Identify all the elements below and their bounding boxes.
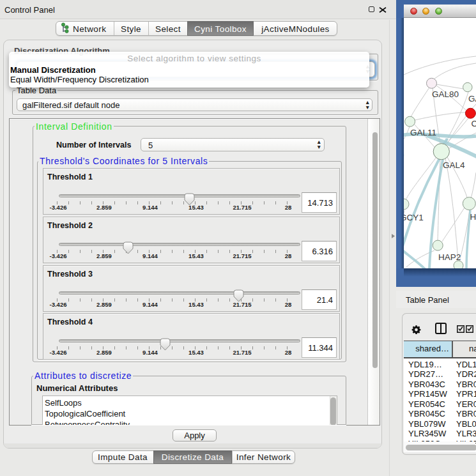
svg-text:GA: GA bbox=[468, 94, 476, 104]
svg-text:GAL11: GAL11 bbox=[410, 128, 436, 137]
svg-text:HAP2: HAP2 bbox=[438, 252, 461, 262]
svg-text:C: C bbox=[472, 119, 476, 128]
svg-text:GCY1: GCY1 bbox=[404, 213, 424, 222]
svg-text:GAL80: GAL80 bbox=[432, 89, 459, 99]
svg-text:GAL4: GAL4 bbox=[443, 160, 465, 170]
svg-text:H: H bbox=[470, 212, 476, 222]
